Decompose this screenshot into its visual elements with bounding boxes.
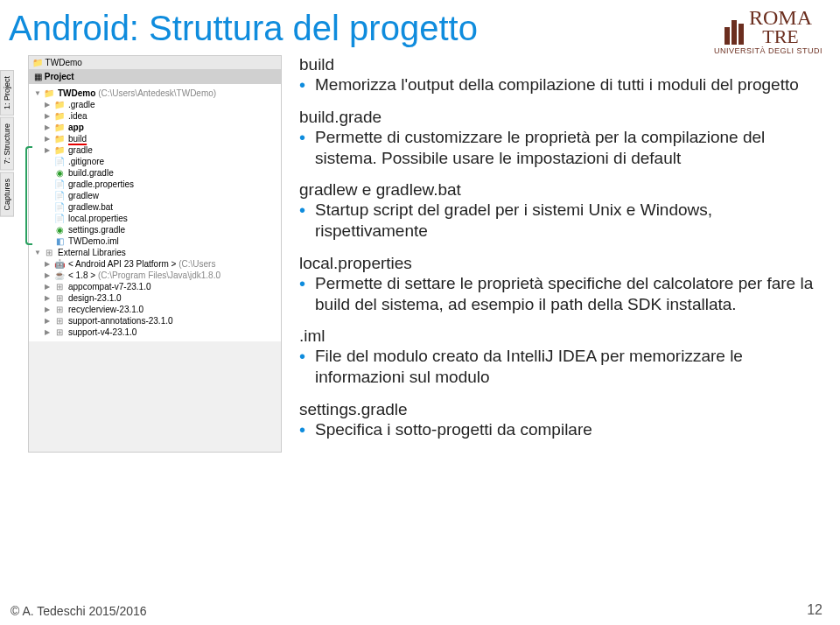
section-title-iml: .iml (299, 327, 814, 346)
folder-icon: 📁 (53, 111, 66, 121)
tree-item[interactable]: .idea (68, 111, 88, 121)
tree-item-app[interactable]: app (68, 123, 84, 132)
folder-icon: 📁 (53, 134, 66, 144)
tree-root-path: (C:\Users\Antedesk\TWDemo) (98, 88, 216, 98)
ide-panel: 📁 TWDemo ▦ Project ▼📁TWDemo (C:\Users\An… (28, 55, 282, 453)
brace-icon (25, 146, 32, 245)
file-icon: 📄 (53, 191, 66, 200)
sidetab-structure[interactable]: 7: Structure (0, 117, 14, 171)
tree-item[interactable]: gradlew (68, 191, 99, 200)
section-bullet: Memorizza l'output della compilazione di… (299, 74, 814, 95)
tree-item[interactable]: appcompat-v7-23.1.0 (68, 282, 151, 291)
logo-suffix: TRE (749, 28, 812, 46)
lib-icon: ⊞ (53, 282, 66, 291)
project-tree: ▼📁TWDemo (C:\Users\Antedesk\TWDemo) ▶📁.g… (29, 84, 281, 341)
lib-icon: ⊞ (53, 293, 66, 303)
tree-root[interactable]: TWDemo (58, 88, 95, 98)
section-title-settings: settings.gradle (299, 400, 814, 419)
tree-item-build[interactable]: build (68, 134, 87, 144)
section-title-buildgrade: build.grade (299, 108, 814, 127)
slide-text-column: build Memorizza l'output della compilazi… (282, 55, 840, 453)
tree-item[interactable]: gradle (68, 145, 93, 155)
folder-icon: 📁 (53, 100, 66, 109)
folder-icon: 📁 (53, 145, 66, 155)
section-bullet: File del modulo creato da IntelliJ IDEA … (299, 346, 814, 388)
file-icon: 📄 (53, 179, 66, 189)
tree-item[interactable]: < Android API 23 Platform > (68, 259, 176, 269)
sidetab-captures[interactable]: Captures (0, 172, 14, 217)
tree-item[interactable]: design-23.1.0 (68, 293, 122, 303)
tree-item[interactable]: support-annotations-23.1.0 (68, 316, 173, 326)
sidetab-project[interactable]: 1: Project (0, 70, 14, 116)
tree-item[interactable]: TWDemo.iml (68, 236, 119, 246)
gradle-icon: ◉ (53, 225, 66, 235)
tree-item[interactable]: local.properties (68, 214, 128, 223)
folder-icon: 📁 (43, 88, 55, 98)
ide-sidetabs: 1: Project 7: Structure Captures (0, 70, 16, 218)
project-icon: ▦ (34, 72, 42, 81)
tree-item[interactable]: settings.gradle (68, 225, 125, 235)
tree-item[interactable]: .gradle (68, 100, 95, 109)
tree-item[interactable]: support-v4-23.1.0 (68, 327, 136, 337)
university-logo: ROMA TRE UNIVERSITÀ DEGLI STUDI (714, 9, 822, 55)
ide-project-label: Project (45, 72, 74, 81)
logo-subtitle: UNIVERSITÀ DEGLI STUDI (714, 46, 822, 55)
file-icon: 📄 (53, 202, 66, 212)
section-title-gradlew: gradlew e gradlew.bat (299, 180, 814, 200)
tree-item-extlibs[interactable]: External Libraries (58, 248, 126, 257)
section-bullet: Specifica i sotto-progetti da compilare (299, 419, 814, 440)
android-icon: 🤖 (53, 259, 66, 269)
lib-icon: ⊞ (53, 327, 66, 337)
section-bullet: Permette di customizzare le proprietà pe… (299, 127, 814, 169)
section-title-build: build (299, 55, 814, 74)
gradle-icon: ◉ (53, 168, 66, 178)
folder-icon: 📁 (53, 123, 66, 132)
iml-icon: ◧ (53, 236, 66, 246)
file-icon: 📄 (53, 157, 66, 166)
footer-copyright: © A. Tedeschi 2015/2016 (10, 604, 147, 618)
tree-item[interactable]: gradle.properties (68, 179, 134, 189)
libraries-icon: ⊞ (43, 248, 55, 257)
section-title-localprops: local.properties (299, 254, 814, 273)
tree-item[interactable]: gradlew.bat (68, 202, 113, 212)
lib-icon: ⊞ (53, 305, 66, 314)
tree-item[interactable]: < 1.8 > (68, 270, 95, 280)
tree-item[interactable]: .gitignore (68, 157, 104, 166)
tree-item[interactable]: recyclerview-23.1.0 (68, 305, 144, 314)
jdk-icon: ☕ (53, 270, 66, 280)
ide-tab-label[interactable]: TWDemo (46, 58, 82, 67)
tree-item[interactable]: build.gradle (68, 168, 114, 178)
file-icon: 📄 (53, 214, 66, 223)
section-bullet: Startup script del gradel per i sistemi … (299, 200, 814, 242)
page-number: 12 (807, 602, 822, 618)
logo-bars-icon (724, 20, 744, 45)
lib-icon: ⊞ (53, 316, 66, 326)
section-bullet: Permette di settare le proprietà specifi… (299, 273, 814, 315)
folder-icon: 📁 (32, 58, 43, 67)
